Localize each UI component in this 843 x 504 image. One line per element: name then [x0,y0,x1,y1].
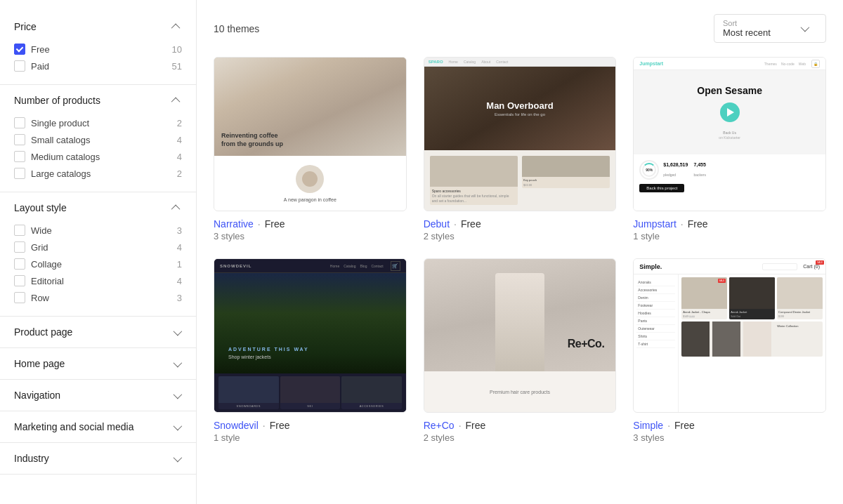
theme-name[interactable]: Debut [424,218,450,230]
filter-option-left: Grid [14,241,48,253]
filter-label: Medium catalogs [31,152,100,162]
theme-name-row: Debut·Free [424,218,617,230]
checkbox-paid[interactable] [14,60,25,72]
filter-title-home-page: Home page [14,358,65,369]
filter-header-layout-style[interactable]: Layout style [14,202,182,213]
checkbox-large-catalogs[interactable] [14,168,25,179]
filter-header-marketing-social[interactable]: Marketing and social media [14,421,182,432]
filter-header-navigation[interactable]: Navigation [14,390,182,401]
filter-option: Free10 [14,41,182,58]
theme-card-narrative[interactable]: Reinventing coffeefrom the grounds up A … [214,57,407,241]
checkbox-single-product[interactable] [14,117,25,128]
filter-count: 4 [177,152,182,162]
theme-info: Re+Co·Free2 styles [424,420,617,443]
theme-card-jumpstart[interactable]: Jumpstart ThemesNo-codeWeb 🔒 Open Sesame… [633,57,826,241]
filter-label: Small catalogs [31,135,91,145]
theme-price: Free [270,420,290,431]
theme-name-row: Snowdevil·Free [214,420,407,431]
theme-price: Free [461,218,481,230]
filter-chevron-layout-style [171,202,182,213]
theme-separator: · [681,218,684,230]
filter-option: Single product2 [14,114,182,131]
page-layout: PriceFree10Paid51Number of productsSingl… [0,0,843,504]
theme-separator: · [667,420,670,431]
filter-section-price: PriceFree10Paid51 [0,11,196,85]
checkbox-collage[interactable] [14,258,25,270]
sort-label-group: Sort Most recent [723,19,771,38]
theme-card-simple[interactable]: Simple. Cart (0) Anoraks Accessories Den… [633,258,826,443]
filter-header-industry[interactable]: Industry [14,453,182,464]
filter-option-left: Free [14,44,50,55]
theme-name[interactable]: Snowdevil [214,420,259,431]
filter-title-layout-style: Layout style [14,202,67,213]
theme-card-debut[interactable]: SPARO HomeCatalogAboutContact Man Overbo… [424,57,617,241]
checkbox-editorial[interactable] [14,275,25,286]
theme-name[interactable]: Re+Co [424,420,455,431]
filter-label: Editorial [31,276,64,286]
checkbox-wide[interactable] [14,225,25,236]
filter-header-product-page[interactable]: Product page [14,326,182,338]
filter-label: Collage [31,259,62,270]
sort-dropdown[interactable]: Sort Most recent [714,14,826,43]
filter-count: 3 [177,225,182,236]
theme-card-snowdevil[interactable]: SNOWDEVIL HomeCatalogBlogContact 🛒 ADVEN… [214,258,407,443]
filter-chevron-product-page [171,326,182,338]
filter-label: Row [31,293,49,303]
filter-title-product-page: Product page [14,326,72,338]
filter-section-marketing-social: Marketing and social media [0,411,196,443]
theme-info: Snowdevil·Free1 style [214,420,407,443]
filter-label: Large catalogs [31,168,91,179]
theme-separator: · [454,218,457,230]
filter-option: Wide3 [14,222,182,239]
theme-name-row: Simple·Free [633,420,826,431]
theme-name[interactable]: Simple [633,420,663,431]
filter-option-left: Small catalogs [14,134,91,145]
filter-option-left: Row [14,292,49,303]
filter-count: 2 [177,118,182,128]
filter-chevron-price [171,21,182,32]
filter-option: Large catalogs2 [14,165,182,182]
theme-name-row: Re+Co·Free [424,420,617,431]
filter-header-number-of-products[interactable]: Number of products [14,95,182,106]
filter-label: Grid [31,242,48,253]
theme-card-reco[interactable]: Re+Co. Premium hair care products Re+Co·… [424,258,617,443]
theme-info: Simple·Free3 styles [633,420,826,443]
sort-value: Most recent [723,27,771,38]
filter-header-price[interactable]: Price [14,21,182,32]
theme-thumbnail-jumpstart: Jumpstart ThemesNo-codeWeb 🔒 Open Sesame… [633,57,826,211]
filter-count: 2 [177,168,182,179]
theme-name[interactable]: Jumpstart [633,218,676,230]
theme-info: Jumpstart·Free1 style [633,218,826,241]
checkbox-medium-catalogs[interactable] [14,151,25,162]
sort-chevron-icon [799,23,810,34]
checkbox-small-catalogs[interactable] [14,134,25,145]
filter-section-product-page: Product page [0,317,196,348]
sidebar: PriceFree10Paid51Number of productsSingl… [0,0,197,504]
theme-price: Free [265,218,285,230]
themes-grid: Reinventing coffeefrom the grounds up A … [214,57,826,443]
filter-chevron-marketing-social [171,421,182,432]
theme-name[interactable]: Narrative [214,218,254,230]
filter-section-navigation: Navigation [0,380,196,411]
theme-styles: 2 styles [424,432,617,443]
filter-count: 10 [172,44,182,55]
main-header: 10 themes Sort Most recent [214,14,826,43]
filter-option: Paid51 [14,58,182,74]
filter-title-industry: Industry [14,453,49,464]
checkbox-grid[interactable] [14,241,25,253]
theme-styles: 1 style [633,231,826,241]
checkbox-row[interactable] [14,292,25,303]
theme-name-row: Narrative·Free [214,218,407,230]
filter-option-left: Wide [14,225,52,236]
filter-options-layout-style: Wide3Grid4Collage1Editorial4Row3 [14,222,182,306]
filter-count: 4 [177,242,182,253]
theme-price: Free [674,420,695,431]
filter-options-price: Free10Paid51 [14,41,182,74]
filter-label: Single product [31,118,89,128]
filter-header-home-page[interactable]: Home page [14,358,182,369]
main-content: 10 themes Sort Most recent Reinventing c… [197,0,843,504]
filter-option: Collage1 [14,256,182,272]
filter-label: Wide [31,225,52,236]
filter-title-marketing-social: Marketing and social media [14,421,133,432]
checkbox-free[interactable] [14,44,25,55]
